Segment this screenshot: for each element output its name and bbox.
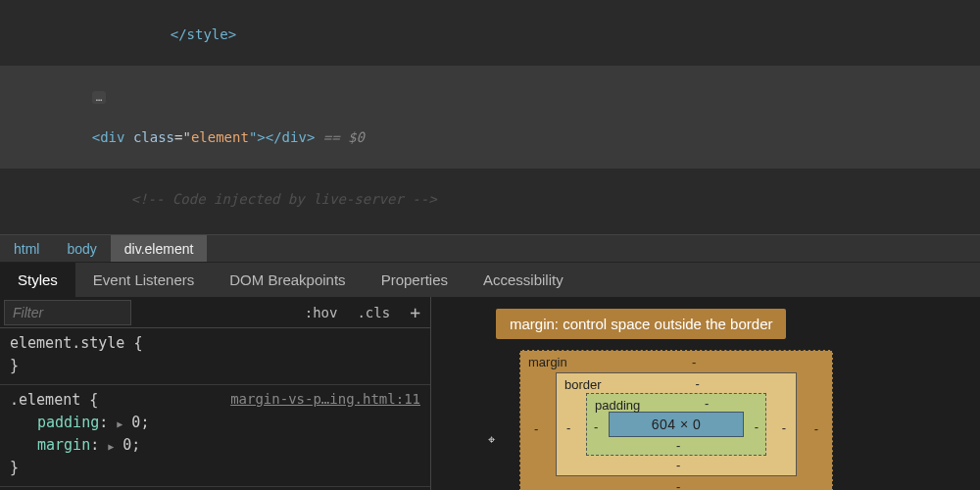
styles-filterbar: :hov .cls + (0, 297, 430, 328)
styles-rules: element.style { } .element { margin-vs-p… (0, 328, 430, 490)
margin-label: margin (528, 355, 567, 369)
expand-icon[interactable]: ▶ (108, 439, 114, 455)
prop-name[interactable]: padding (37, 414, 99, 431)
brace-open: { (80, 391, 98, 409)
prop-name[interactable]: margin (37, 436, 90, 454)
border-bottom[interactable]: - (676, 458, 680, 472)
breadcrumb: html body div.element (0, 234, 980, 262)
padding-bottom[interactable]: - (676, 438, 680, 453)
padding-label: padding (595, 398, 640, 413)
cursor-icon: ⌖ (488, 432, 495, 448)
box-margin[interactable]: margin - - - - border - - - - padding - … (519, 350, 833, 490)
brace-close: } (10, 355, 420, 377)
margin-right[interactable]: - (814, 421, 818, 436)
border-right[interactable]: - (782, 420, 786, 435)
rule-element[interactable]: .element { margin-vs-p…ing.html:11 paddi… (0, 385, 430, 487)
attr-eq: =" (174, 129, 191, 145)
tab-styles[interactable]: Styles (0, 263, 75, 297)
rule-element-style[interactable]: element.style { } (0, 328, 430, 385)
attr-name: class (133, 129, 174, 145)
style-close-tag: </style> (171, 26, 236, 42)
border-top[interactable]: - (696, 376, 700, 391)
selected-marker: == $0 (315, 129, 365, 145)
source-link[interactable]: margin-vs-p…ing.html:11 (230, 389, 420, 411)
padding-right[interactable]: - (755, 419, 759, 434)
dom-tree: </style> … <div class="element"></div> =… (0, 0, 980, 234)
box-model[interactable]: margin - - - - border - - - - padding - … (519, 350, 833, 490)
box-border[interactable]: border - - - - padding - - - - 604 × 0 (556, 372, 797, 476)
new-rule-button[interactable]: + (400, 302, 430, 322)
crumb-element[interactable]: div.element (111, 235, 208, 262)
margin-top[interactable]: - (692, 355, 696, 369)
selector: element.style { (10, 332, 420, 355)
styles-filter-input[interactable] (4, 300, 131, 325)
margin-bottom[interactable]: - (676, 479, 680, 490)
rule-div[interactable]: div { user agent stylesheet display: blo… (0, 487, 430, 491)
padding-left[interactable]: - (594, 419, 598, 434)
margin-tooltip: margin: control space outside the border (496, 309, 786, 339)
border-label: border (564, 377, 602, 392)
tag-close: "></div> (249, 129, 315, 145)
dom-line[interactable]: </style> (0, 4, 980, 66)
padding-top[interactable]: - (705, 396, 709, 411)
tab-accessibility[interactable]: Accessibility (466, 263, 581, 297)
border-left[interactable]: - (566, 420, 570, 435)
prop-value[interactable]: 0 (122, 436, 131, 454)
margin-left[interactable]: - (534, 421, 538, 436)
box-content[interactable]: 604 × 0 (609, 412, 744, 437)
tab-dom-breakpoints[interactable]: DOM Breakpoints (212, 263, 363, 297)
box-padding[interactable]: padding - - - - 604 × 0 (586, 393, 766, 456)
tab-event-listeners[interactable]: Event Listeners (75, 263, 212, 297)
styles-pane: :hov .cls + element.style { } .element {… (0, 297, 431, 490)
comment-line: <!-- Code injected by live-server --> (131, 191, 437, 207)
dom-line-selected[interactable]: … <div class="element"></div> == $0 (0, 66, 980, 169)
dom-line[interactable]: <!-- Code injected by live-server --> (0, 169, 980, 230)
styles-tabbar: Styles Event Listeners DOM Breakpoints P… (0, 262, 980, 297)
selector: .element (10, 391, 80, 409)
computed-pane: margin: control space outside the border… (431, 297, 980, 490)
brace-close: } (10, 457, 420, 479)
tag-open: <div (92, 129, 133, 145)
expand-icon[interactable]: ▶ (117, 416, 122, 432)
cls-button[interactable]: .cls (347, 305, 400, 320)
crumb-body[interactable]: body (53, 235, 110, 262)
hov-button[interactable]: :hov (295, 305, 348, 320)
tab-properties[interactable]: Properties (364, 263, 466, 297)
attr-value: element (191, 129, 249, 145)
crumb-html[interactable]: html (0, 235, 53, 262)
ellipsis-icon[interactable]: … (92, 91, 107, 104)
